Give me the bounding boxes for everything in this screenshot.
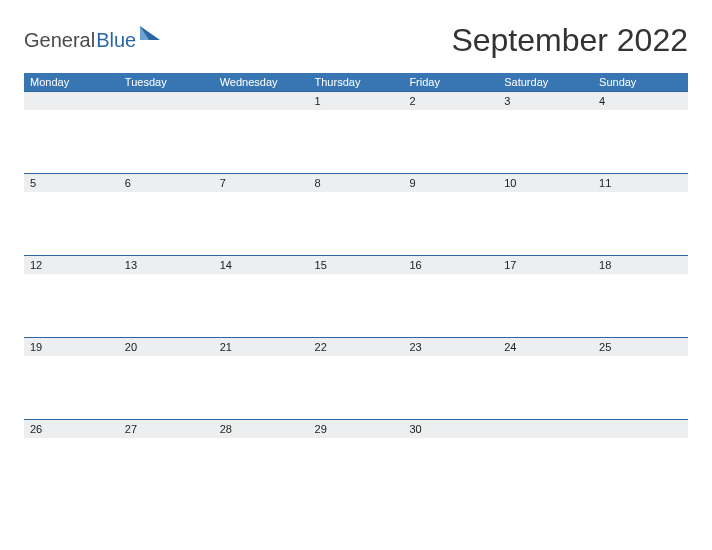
week-body (24, 438, 688, 502)
day-body (119, 356, 214, 420)
week-row: 26 27 28 29 30 (24, 420, 688, 438)
day-header: Friday (403, 73, 498, 92)
day-number: 29 (309, 420, 404, 438)
day-body (309, 192, 404, 256)
week-row: 1 2 3 4 (24, 92, 688, 110)
day-body (403, 356, 498, 420)
day-number: 12 (24, 256, 119, 274)
week-body (24, 274, 688, 338)
day-number: 1 (309, 92, 404, 110)
day-number: 8 (309, 174, 404, 192)
day-number: 30 (403, 420, 498, 438)
day-body (214, 192, 309, 256)
brand-logo: General Blue (24, 29, 160, 52)
day-body (119, 192, 214, 256)
day-number: 27 (119, 420, 214, 438)
day-number: 5 (24, 174, 119, 192)
day-number: 4 (593, 92, 688, 110)
day-number: 3 (498, 92, 593, 110)
day-number: 25 (593, 338, 688, 356)
day-body (593, 438, 688, 502)
day-header: Wednesday (214, 73, 309, 92)
day-body (498, 274, 593, 338)
day-body (309, 438, 404, 502)
day-number: 15 (309, 256, 404, 274)
day-number: 13 (119, 256, 214, 274)
day-body (593, 192, 688, 256)
day-body (24, 192, 119, 256)
day-number: 14 (214, 256, 309, 274)
day-number: 9 (403, 174, 498, 192)
day-body (214, 274, 309, 338)
day-number: 18 (593, 256, 688, 274)
week-body (24, 192, 688, 256)
day-header: Tuesday (119, 73, 214, 92)
logo-triangle-icon (140, 22, 160, 45)
day-body (403, 438, 498, 502)
week-body (24, 110, 688, 174)
day-number: 26 (24, 420, 119, 438)
day-body (214, 438, 309, 502)
day-number: 24 (498, 338, 593, 356)
calendar-title: September 2022 (451, 22, 688, 59)
day-number: 10 (498, 174, 593, 192)
day-body (403, 192, 498, 256)
brand-blue: Blue (96, 29, 136, 52)
day-number (498, 420, 593, 438)
day-body (309, 356, 404, 420)
day-number: 17 (498, 256, 593, 274)
day-body (498, 110, 593, 174)
day-body (498, 438, 593, 502)
day-number: 20 (119, 338, 214, 356)
day-body (593, 110, 688, 174)
week-row: 12 13 14 15 16 17 18 (24, 256, 688, 274)
week-row: 19 20 21 22 23 24 25 (24, 338, 688, 356)
day-header: Saturday (498, 73, 593, 92)
day-number: 16 (403, 256, 498, 274)
day-body (593, 274, 688, 338)
day-body (498, 192, 593, 256)
day-body (403, 274, 498, 338)
day-number: 11 (593, 174, 688, 192)
day-body (24, 274, 119, 338)
day-body (24, 110, 119, 174)
day-body (119, 274, 214, 338)
day-number: 19 (24, 338, 119, 356)
day-body (309, 110, 404, 174)
day-body (119, 110, 214, 174)
day-body (214, 356, 309, 420)
week-row: 5 6 7 8 9 10 11 (24, 174, 688, 192)
day-number: 7 (214, 174, 309, 192)
day-number: 23 (403, 338, 498, 356)
day-header: Sunday (593, 73, 688, 92)
day-header: Monday (24, 73, 119, 92)
day-header: Thursday (309, 73, 404, 92)
day-number (214, 92, 309, 110)
day-number (119, 92, 214, 110)
day-body (309, 274, 404, 338)
day-body (593, 356, 688, 420)
day-body (214, 110, 309, 174)
day-body (403, 110, 498, 174)
day-number: 28 (214, 420, 309, 438)
day-number: 2 (403, 92, 498, 110)
day-body (24, 438, 119, 502)
brand-general: General (24, 29, 95, 52)
week-body (24, 356, 688, 420)
day-body (119, 438, 214, 502)
calendar-header: General Blue September 2022 (24, 22, 688, 59)
day-body (24, 356, 119, 420)
day-number (593, 420, 688, 438)
day-number: 21 (214, 338, 309, 356)
day-number (24, 92, 119, 110)
day-body (498, 356, 593, 420)
calendar-grid: Monday Tuesday Wednesday Thursday Friday… (24, 73, 688, 502)
day-header-row: Monday Tuesday Wednesday Thursday Friday… (24, 73, 688, 92)
day-number: 6 (119, 174, 214, 192)
day-number: 22 (309, 338, 404, 356)
